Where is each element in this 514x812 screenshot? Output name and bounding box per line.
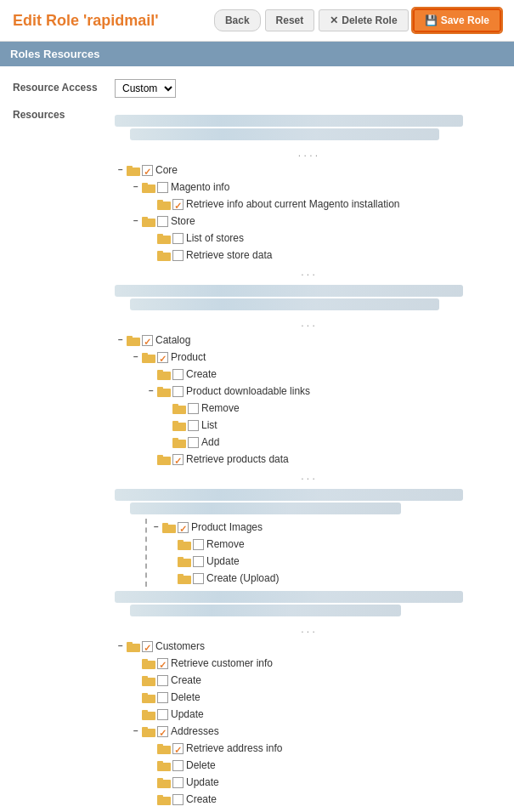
- tree-label-store: Store: [171, 213, 195, 229]
- checkbox-dl-add[interactable]: [188, 437, 199, 448]
- tree-node-retrieve-info: Retrieve info about current Magento inst…: [145, 196, 501, 213]
- blurred-row: [115, 591, 463, 603]
- blurred-row: [115, 489, 463, 501]
- tree-toggle-downloadable[interactable]: [145, 385, 157, 397]
- tree-label-list-stores: List of stores: [186, 230, 244, 246]
- tree-node-address-update: Update: [145, 774, 501, 791]
- tree-toggle-customers[interactable]: [115, 640, 127, 652]
- folder-icon: [157, 453, 171, 465]
- dots-separator-4: . . .: [115, 468, 501, 485]
- delete-role-button[interactable]: ✕ Delete Role: [319, 9, 408, 31]
- folder-icon: [172, 436, 186, 448]
- tree-label-address-create: Create: [186, 792, 217, 807]
- back-button[interactable]: Back: [214, 9, 261, 31]
- folder-icon: [157, 198, 171, 210]
- checkbox-magento-info[interactable]: [157, 182, 168, 193]
- checkbox-dl-list[interactable]: [188, 420, 199, 431]
- save-role-button[interactable]: 💾 Save Role: [413, 9, 501, 32]
- svg-rect-39: [142, 659, 148, 662]
- checkbox-retrieve-store[interactable]: [172, 250, 184, 261]
- checkbox-dl-remove[interactable]: [188, 403, 199, 414]
- tree-label-customer-update: Update: [171, 707, 204, 722]
- checkbox-downloadable[interactable]: [172, 386, 184, 397]
- folder-icon: [157, 368, 171, 380]
- resource-access-label: Resource Access: [13, 79, 115, 94]
- tree-toggle-catalog[interactable]: [115, 334, 127, 346]
- tree-label-retrieve-store: Retrieve store data: [186, 247, 272, 263]
- tree-label-customer-create: Create: [171, 673, 201, 688]
- svg-rect-41: [142, 676, 148, 679]
- checkbox-customer-delete[interactable]: [157, 692, 168, 703]
- tree-toggle-store[interactable]: [130, 215, 142, 227]
- svg-rect-27: [157, 455, 163, 458]
- blurred-top: [115, 115, 501, 140]
- tree-toggle-magento-info[interactable]: [130, 181, 142, 193]
- checkbox-retrieve-customer[interactable]: [157, 658, 168, 669]
- checkbox-retrieve-info[interactable]: [172, 199, 184, 210]
- svg-rect-35: [178, 574, 184, 577]
- tree-label-img-remove: Remove: [206, 537, 245, 552]
- checkbox-img-remove[interactable]: [193, 539, 204, 550]
- reset-button[interactable]: Reset: [265, 9, 315, 31]
- svg-rect-3: [142, 183, 148, 186]
- checkbox-img-update[interactable]: [193, 556, 204, 567]
- checkbox-product-create[interactable]: [172, 369, 184, 380]
- checkbox-customer-update[interactable]: [157, 709, 168, 720]
- checkbox-addresses[interactable]: [157, 726, 168, 737]
- checkbox-list-stores[interactable]: [172, 233, 184, 244]
- tree-node-dl-remove: Remove: [161, 400, 501, 417]
- resource-access-select[interactable]: Custom All: [115, 79, 176, 98]
- tree-label-dl-remove: Remove: [201, 400, 240, 416]
- tree-node-core: Core: [115, 162, 501, 179]
- tree-label-product: Product: [171, 349, 206, 365]
- tree-node-img-create: Create (Upload): [166, 570, 501, 587]
- checkbox-product[interactable]: [157, 352, 168, 363]
- checkbox-address-delete[interactable]: [172, 760, 184, 771]
- folder-icon: [157, 742, 171, 754]
- checkbox-core[interactable]: [142, 165, 153, 176]
- svg-rect-1: [127, 166, 133, 169]
- tree-node-dl-list: List: [161, 417, 501, 434]
- checkbox-customer-create[interactable]: [157, 675, 168, 686]
- tree-toggle-product[interactable]: [130, 351, 142, 363]
- tree-label-img-create: Create (Upload): [206, 571, 279, 586]
- checkbox-address-update[interactable]: [172, 777, 184, 788]
- folder-icon: [142, 725, 155, 737]
- folder-icon: [127, 164, 140, 176]
- resources-tree: . . . . Core Magento info: [115, 106, 501, 812]
- checkbox-address-create[interactable]: [172, 794, 184, 805]
- tree-label-address-update: Update: [186, 775, 219, 790]
- folder-icon: [162, 521, 176, 533]
- checkbox-store[interactable]: [157, 216, 168, 227]
- tree-node-retrieve-store: Retrieve store data: [145, 247, 501, 264]
- tree-toggle-addresses[interactable]: [130, 725, 142, 737]
- checkbox-catalog[interactable]: [142, 335, 153, 346]
- tree-toggle-product-images[interactable]: [150, 521, 162, 533]
- checkbox-img-create[interactable]: [193, 573, 204, 584]
- tree-node-product-images: Product Images: [150, 519, 501, 536]
- tree-toggle-core[interactable]: [115, 164, 127, 176]
- tree-label-catalog: Catalog: [155, 332, 190, 348]
- folder-icon: [172, 402, 186, 414]
- checkbox-product-images[interactable]: [178, 522, 189, 533]
- svg-rect-45: [142, 710, 148, 713]
- folder-icon: [157, 232, 171, 244]
- tree-node-customer-delete: Delete: [130, 689, 501, 706]
- svg-rect-55: [157, 795, 163, 798]
- svg-rect-19: [157, 387, 163, 390]
- folder-icon: [142, 674, 155, 686]
- tree-node-address-delete: Delete: [145, 757, 501, 774]
- folder-icon: [127, 334, 140, 346]
- checkbox-retrieve-address[interactable]: [172, 743, 184, 754]
- checkbox-customers[interactable]: [142, 641, 153, 652]
- header-buttons: Back Reset ✕ Delete Role 💾 Save Role: [214, 9, 501, 32]
- tree-node-product-create: Create: [145, 366, 501, 383]
- tree-label-dl-list: List: [201, 417, 217, 433]
- folder-icon: [142, 351, 155, 363]
- tree-label-address-delete: Delete: [186, 758, 216, 773]
- tree-node-product: Product: [130, 349, 501, 366]
- checkbox-retrieve-products[interactable]: [172, 454, 184, 465]
- blurred-middle: [115, 285, 501, 310]
- svg-rect-15: [142, 353, 148, 356]
- page-title: Edit Role 'rapidmail': [13, 12, 159, 30]
